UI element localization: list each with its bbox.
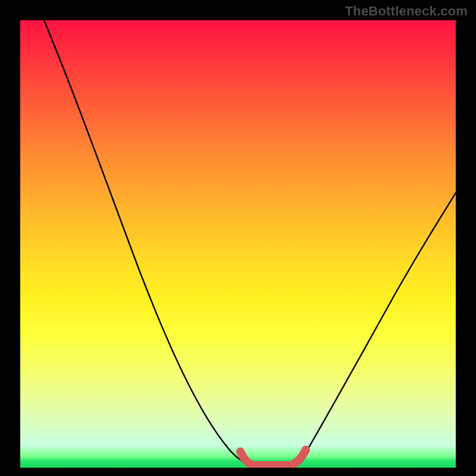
chart-frame: TheBottleneck.com bbox=[0, 0, 476, 476]
sweet-spot-band bbox=[240, 450, 306, 465]
plot-area bbox=[20, 20, 456, 468]
curve-layer bbox=[20, 20, 456, 468]
watermark-text: TheBottleneck.com bbox=[345, 4, 468, 19]
bottleneck-curve bbox=[44, 20, 456, 465]
